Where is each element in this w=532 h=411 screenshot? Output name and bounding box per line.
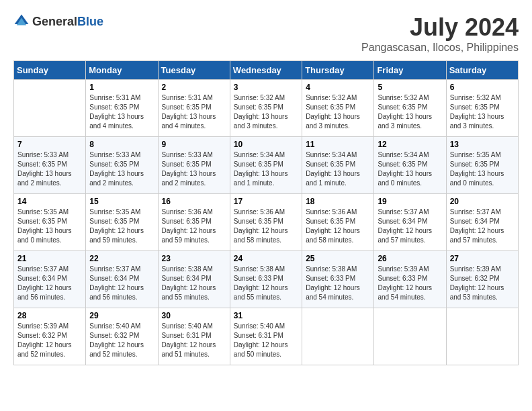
day-info: Sunrise: 5:38 AM Sunset: 6:34 PM Dayligh… bbox=[162, 265, 226, 302]
calendar-cell: 21Sunrise: 5:37 AM Sunset: 6:34 PM Dayli… bbox=[14, 251, 86, 308]
day-info: Sunrise: 5:37 AM Sunset: 6:34 PM Dayligh… bbox=[17, 265, 82, 302]
weekday-header: Wednesday bbox=[230, 61, 302, 80]
calendar-cell: 9Sunrise: 5:33 AM Sunset: 6:35 PM Daylig… bbox=[158, 137, 230, 194]
calendar-cell: 3Sunrise: 5:32 AM Sunset: 6:35 PM Daylig… bbox=[230, 80, 302, 137]
day-number: 12 bbox=[378, 140, 442, 149]
weekday-header: Friday bbox=[374, 61, 446, 80]
day-info: Sunrise: 5:38 AM Sunset: 6:33 PM Dayligh… bbox=[234, 265, 298, 302]
calendar-cell: 23Sunrise: 5:38 AM Sunset: 6:34 PM Dayli… bbox=[158, 251, 230, 308]
month-year: July 2024 bbox=[361, 13, 519, 42]
calendar-cell: 28Sunrise: 5:39 AM Sunset: 6:32 PM Dayli… bbox=[14, 308, 86, 365]
weekday-header: Thursday bbox=[302, 61, 374, 80]
title-block: July 2024 Pangascasan, Ilocos, Philippin… bbox=[361, 13, 519, 54]
day-number: 14 bbox=[17, 197, 82, 206]
day-info: Sunrise: 5:32 AM Sunset: 6:35 PM Dayligh… bbox=[450, 93, 515, 131]
day-number: 3 bbox=[234, 83, 298, 92]
calendar-cell: 22Sunrise: 5:37 AM Sunset: 6:34 PM Dayli… bbox=[86, 251, 158, 308]
logo-blue: Blue bbox=[77, 15, 103, 28]
calendar-week-row: 21Sunrise: 5:37 AM Sunset: 6:34 PM Dayli… bbox=[14, 251, 519, 308]
day-number: 6 bbox=[450, 83, 515, 92]
calendar-cell: 5Sunrise: 5:32 AM Sunset: 6:35 PM Daylig… bbox=[374, 80, 446, 137]
calendar-cell: 27Sunrise: 5:39 AM Sunset: 6:32 PM Dayli… bbox=[446, 251, 518, 308]
calendar-cell bbox=[446, 308, 518, 365]
day-number: 26 bbox=[378, 254, 442, 263]
calendar-cell: 10Sunrise: 5:34 AM Sunset: 6:35 PM Dayli… bbox=[230, 137, 302, 194]
day-number: 22 bbox=[89, 254, 154, 263]
day-info: Sunrise: 5:37 AM Sunset: 6:34 PM Dayligh… bbox=[450, 208, 515, 245]
day-info: Sunrise: 5:33 AM Sunset: 6:35 PM Dayligh… bbox=[162, 150, 226, 188]
calendar-week-row: 28Sunrise: 5:39 AM Sunset: 6:32 PM Dayli… bbox=[14, 308, 519, 365]
day-number: 16 bbox=[162, 197, 226, 206]
page-header: GeneralBlue July 2024 Pangascasan, Iloco… bbox=[13, 13, 519, 54]
calendar-cell: 18Sunrise: 5:36 AM Sunset: 6:35 PM Dayli… bbox=[302, 194, 374, 251]
calendar-cell: 7Sunrise: 5:33 AM Sunset: 6:35 PM Daylig… bbox=[14, 137, 86, 194]
day-info: Sunrise: 5:37 AM Sunset: 6:34 PM Dayligh… bbox=[378, 208, 442, 245]
day-number: 29 bbox=[89, 311, 154, 320]
calendar-cell: 1Sunrise: 5:31 AM Sunset: 6:35 PM Daylig… bbox=[86, 80, 158, 137]
day-info: Sunrise: 5:32 AM Sunset: 6:35 PM Dayligh… bbox=[234, 93, 298, 131]
day-number: 23 bbox=[162, 254, 226, 263]
day-info: Sunrise: 5:40 AM Sunset: 6:32 PM Dayligh… bbox=[89, 322, 154, 359]
calendar-table: SundayMondayTuesdayWednesdayThursdayFrid… bbox=[13, 60, 519, 365]
location: Pangascasan, Ilocos, Philippines bbox=[361, 42, 519, 54]
day-number: 28 bbox=[17, 311, 82, 320]
day-info: Sunrise: 5:39 AM Sunset: 6:32 PM Dayligh… bbox=[17, 322, 82, 359]
logo: GeneralBlue bbox=[13, 13, 103, 30]
day-number: 19 bbox=[378, 197, 442, 206]
calendar-cell: 29Sunrise: 5:40 AM Sunset: 6:32 PM Dayli… bbox=[86, 308, 158, 365]
day-info: Sunrise: 5:40 AM Sunset: 6:31 PM Dayligh… bbox=[162, 322, 226, 359]
calendar-cell: 15Sunrise: 5:35 AM Sunset: 6:35 PM Dayli… bbox=[86, 194, 158, 251]
day-info: Sunrise: 5:34 AM Sunset: 6:35 PM Dayligh… bbox=[234, 150, 298, 188]
day-info: Sunrise: 5:33 AM Sunset: 6:35 PM Dayligh… bbox=[89, 150, 154, 188]
calendar-cell: 24Sunrise: 5:38 AM Sunset: 6:33 PM Dayli… bbox=[230, 251, 302, 308]
calendar-cell: 14Sunrise: 5:35 AM Sunset: 6:35 PM Dayli… bbox=[14, 194, 86, 251]
day-number: 30 bbox=[162, 311, 226, 320]
calendar-cell bbox=[302, 308, 374, 365]
calendar-week-row: 7Sunrise: 5:33 AM Sunset: 6:35 PM Daylig… bbox=[14, 137, 519, 194]
calendar-week-row: 14Sunrise: 5:35 AM Sunset: 6:35 PM Dayli… bbox=[14, 194, 519, 251]
calendar-cell: 31Sunrise: 5:40 AM Sunset: 6:31 PM Dayli… bbox=[230, 308, 302, 365]
day-number: 1 bbox=[89, 83, 154, 92]
day-info: Sunrise: 5:36 AM Sunset: 6:35 PM Dayligh… bbox=[306, 208, 370, 245]
day-info: Sunrise: 5:32 AM Sunset: 6:35 PM Dayligh… bbox=[378, 93, 442, 131]
day-number: 4 bbox=[306, 83, 370, 92]
day-number: 27 bbox=[450, 254, 515, 263]
day-info: Sunrise: 5:31 AM Sunset: 6:35 PM Dayligh… bbox=[89, 93, 154, 131]
day-info: Sunrise: 5:37 AM Sunset: 6:34 PM Dayligh… bbox=[89, 265, 154, 302]
day-number: 7 bbox=[17, 140, 82, 149]
day-number: 10 bbox=[234, 140, 298, 149]
day-number: 13 bbox=[450, 140, 515, 149]
logo-icon bbox=[13, 13, 30, 30]
day-info: Sunrise: 5:36 AM Sunset: 6:35 PM Dayligh… bbox=[162, 208, 226, 245]
day-info: Sunrise: 5:35 AM Sunset: 6:35 PM Dayligh… bbox=[17, 208, 82, 245]
calendar-cell: 16Sunrise: 5:36 AM Sunset: 6:35 PM Dayli… bbox=[158, 194, 230, 251]
calendar-cell: 12Sunrise: 5:34 AM Sunset: 6:35 PM Dayli… bbox=[374, 137, 446, 194]
calendar-cell: 20Sunrise: 5:37 AM Sunset: 6:34 PM Dayli… bbox=[446, 194, 518, 251]
day-info: Sunrise: 5:39 AM Sunset: 6:33 PM Dayligh… bbox=[378, 265, 442, 302]
day-info: Sunrise: 5:34 AM Sunset: 6:35 PM Dayligh… bbox=[378, 150, 442, 188]
calendar-cell: 26Sunrise: 5:39 AM Sunset: 6:33 PM Dayli… bbox=[374, 251, 446, 308]
calendar-cell: 19Sunrise: 5:37 AM Sunset: 6:34 PM Dayli… bbox=[374, 194, 446, 251]
day-number: 18 bbox=[306, 197, 370, 206]
calendar-cell: 13Sunrise: 5:35 AM Sunset: 6:35 PM Dayli… bbox=[446, 137, 518, 194]
day-info: Sunrise: 5:38 AM Sunset: 6:33 PM Dayligh… bbox=[306, 265, 370, 302]
calendar-cell: 2Sunrise: 5:31 AM Sunset: 6:35 PM Daylig… bbox=[158, 80, 230, 137]
day-number: 17 bbox=[234, 197, 298, 206]
calendar-cell: 4Sunrise: 5:32 AM Sunset: 6:35 PM Daylig… bbox=[302, 80, 374, 137]
day-number: 21 bbox=[17, 254, 82, 263]
day-number: 8 bbox=[89, 140, 154, 149]
day-info: Sunrise: 5:36 AM Sunset: 6:35 PM Dayligh… bbox=[234, 208, 298, 245]
calendar-cell: 6Sunrise: 5:32 AM Sunset: 6:35 PM Daylig… bbox=[446, 80, 518, 137]
calendar-header-row: SundayMondayTuesdayWednesdayThursdayFrid… bbox=[14, 61, 519, 80]
day-info: Sunrise: 5:35 AM Sunset: 6:35 PM Dayligh… bbox=[450, 150, 515, 188]
day-number: 25 bbox=[306, 254, 370, 263]
weekday-header: Saturday bbox=[446, 61, 518, 80]
day-number: 11 bbox=[306, 140, 370, 149]
day-number: 24 bbox=[234, 254, 298, 263]
calendar-cell bbox=[374, 308, 446, 365]
calendar-cell bbox=[14, 80, 86, 137]
day-info: Sunrise: 5:40 AM Sunset: 6:31 PM Dayligh… bbox=[234, 322, 298, 359]
calendar-cell: 17Sunrise: 5:36 AM Sunset: 6:35 PM Dayli… bbox=[230, 194, 302, 251]
calendar-body: 1Sunrise: 5:31 AM Sunset: 6:35 PM Daylig… bbox=[14, 80, 519, 365]
day-number: 15 bbox=[89, 197, 154, 206]
